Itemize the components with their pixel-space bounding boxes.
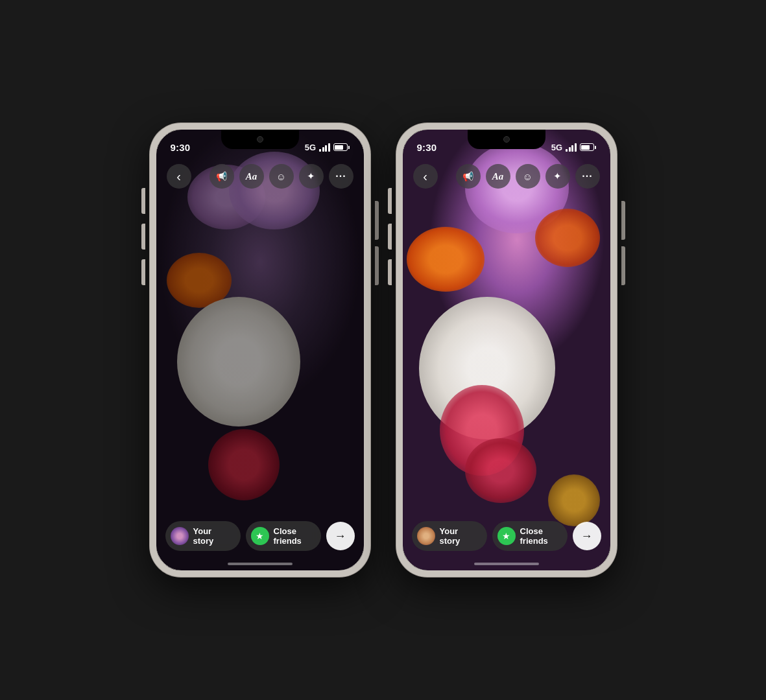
- star-icon-left: ★: [256, 531, 264, 541]
- bottom-bar-right: Your story ★ Close friends →: [403, 513, 610, 570]
- text-button-left[interactable]: Aa: [239, 164, 264, 189]
- back-arrow-left: ‹: [176, 169, 181, 184]
- flowers-overlay-dark: [156, 130, 364, 570]
- more-button-left[interactable]: ···: [329, 164, 353, 189]
- status-icons-right: 5G: [551, 143, 596, 152]
- text-button-right[interactable]: Aa: [486, 164, 510, 189]
- home-indicator-right: [474, 563, 539, 565]
- sound-icon-right: 📢: [462, 171, 473, 181]
- text-icon-left: Aa: [246, 171, 257, 182]
- phone-right: 9:30 5G: [396, 123, 617, 577]
- toolbar-right: ‹ 📢 Aa ☺ ✦ ···: [403, 158, 610, 194]
- your-story-button-left[interactable]: Your story: [165, 521, 241, 551]
- your-story-label-left: Your story: [193, 526, 232, 546]
- more-button-right[interactable]: ···: [575, 164, 600, 189]
- signal-right: [566, 143, 577, 152]
- arrow-icon-left: →: [335, 530, 346, 543]
- emoji-icon-left: ☺: [276, 171, 286, 182]
- emoji-icon-right: ☺: [523, 171, 533, 182]
- green-star-right: ★: [497, 527, 516, 545]
- toolbar-right-left: 📢 Aa ☺ ✦ ···: [209, 164, 353, 189]
- home-indicator-left: [228, 563, 293, 565]
- bottom-bar-left: Your story ★ Close friends →: [156, 513, 364, 570]
- notch-right: [468, 130, 545, 149]
- your-story-button-right[interactable]: Your story: [412, 521, 487, 551]
- sound-icon-left: 📢: [216, 171, 227, 181]
- network-right: 5G: [551, 143, 562, 152]
- sparkle-button-right[interactable]: ✦: [545, 164, 570, 189]
- notch-left: [221, 130, 299, 149]
- emoji-button-left[interactable]: ☺: [269, 164, 294, 189]
- sparkle-icon-right: ✦: [553, 170, 562, 182]
- back-button-left[interactable]: ‹: [167, 164, 191, 189]
- sparkle-icon-left: ✦: [307, 170, 315, 182]
- back-button-right[interactable]: ‹: [413, 164, 438, 189]
- sparkle-button-left[interactable]: ✦: [299, 164, 324, 189]
- toolbar-right-right: 📢 Aa ☺ ✦ ···: [456, 164, 600, 189]
- flowers-overlay-bright: [403, 130, 610, 570]
- phone-left: 9:30 5G: [150, 123, 370, 577]
- toolbar-left: ‹ 📢 Aa ☺ ✦ ···: [156, 158, 364, 194]
- sound-button-right[interactable]: 📢: [456, 164, 481, 189]
- green-star-left: ★: [251, 527, 269, 545]
- status-icons-left: 5G: [305, 143, 350, 152]
- arrow-icon-right: →: [581, 530, 593, 543]
- battery-right: [580, 143, 596, 151]
- sound-button-left[interactable]: 📢: [209, 164, 234, 189]
- status-time-left: 9:30: [171, 142, 191, 153]
- battery-left: [333, 143, 350, 151]
- more-icon-left: ···: [335, 170, 346, 182]
- star-icon-right: ★: [502, 531, 510, 541]
- text-icon-right: Aa: [492, 171, 504, 182]
- close-friends-label-left: Close friends: [274, 526, 312, 546]
- signal-left: [319, 143, 330, 152]
- close-friends-button-left[interactable]: ★ Close friends: [246, 521, 321, 551]
- close-friends-label-right: Close friends: [520, 526, 558, 546]
- story-avatar-right: [417, 527, 435, 545]
- close-friends-button-right[interactable]: ★ Close friends: [492, 521, 568, 551]
- network-left: 5G: [305, 143, 316, 152]
- your-story-label-right: Your story: [440, 526, 478, 546]
- back-arrow-right: ‹: [423, 169, 427, 184]
- camera-right: [503, 136, 510, 143]
- camera-left: [257, 136, 263, 143]
- more-icon-right: ···: [582, 170, 592, 182]
- status-time-right: 9:30: [417, 142, 437, 153]
- send-button-right[interactable]: →: [573, 522, 601, 550]
- send-button-left[interactable]: →: [326, 522, 355, 550]
- emoji-button-right[interactable]: ☺: [516, 164, 540, 189]
- story-avatar-left: [171, 527, 189, 545]
